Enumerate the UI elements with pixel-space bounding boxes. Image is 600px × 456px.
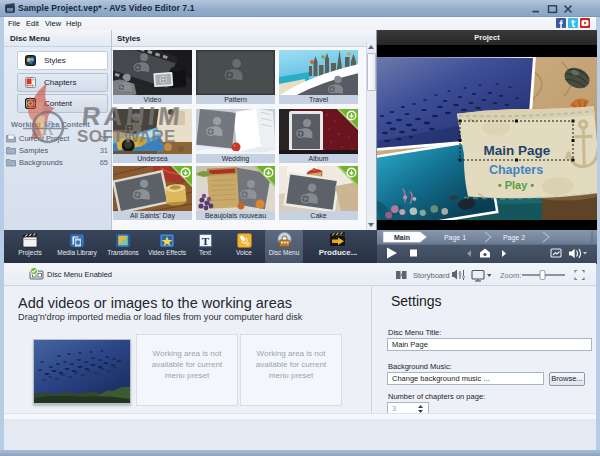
svg-text:Page 2: Page 2 xyxy=(503,234,525,242)
svg-text:T: T xyxy=(201,235,209,247)
svg-text:Main Page: Main Page xyxy=(484,143,551,158)
svg-text:• Play •: • Play • xyxy=(498,179,535,191)
svg-text:Page 1: Page 1 xyxy=(444,234,466,242)
svg-text:Chapters: Chapters xyxy=(489,163,543,177)
svg-text:Storyboard: Storyboard xyxy=(413,271,450,280)
svg-text:Main: Main xyxy=(394,234,410,241)
svg-text:Zoom:: Zoom: xyxy=(500,271,521,280)
